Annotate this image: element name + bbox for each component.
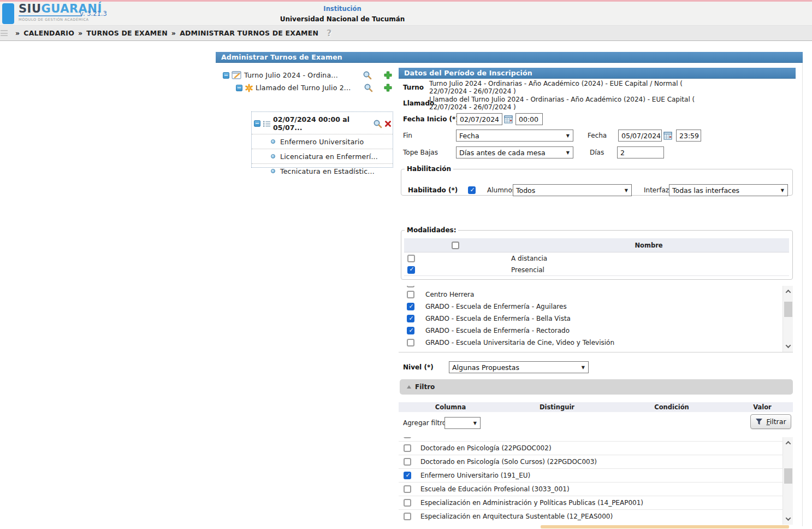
app-header: SIUGUARANÍ MÓDULO DE GESTIÓN ACADÉMICA v… bbox=[0, 2, 812, 26]
llamado-label: Llamado bbox=[403, 96, 429, 107]
ubicacion-row[interactable]: GRADO - Escuela de Enfermería - Bella Vi… bbox=[399, 313, 793, 325]
tope-bajas-select[interactable]: Días antes de cada mesa▼ bbox=[456, 146, 573, 158]
chevron-down-icon: ▼ bbox=[582, 365, 585, 370]
checkbox[interactable] bbox=[404, 458, 411, 466]
checkbox[interactable] bbox=[404, 444, 411, 452]
ubicacion-row[interactable]: Centro Herrera bbox=[399, 289, 793, 301]
scroll-down-icon[interactable] bbox=[783, 514, 793, 524]
propuesta-row[interactable]: Doctorado en Psicología (Solo Cursos) (2… bbox=[399, 455, 793, 468]
filter-col-distinguir: Distinguir bbox=[502, 403, 612, 411]
tope-bajas-row: Tope Bajas Días antes de cada mesa▼ Días… bbox=[403, 146, 796, 159]
filtro-collapse-bar[interactable]: Filtro bbox=[400, 379, 793, 395]
checkbox[interactable] bbox=[407, 291, 414, 298]
propuesta-name: Especialización en Administración y Polí… bbox=[420, 499, 643, 507]
propuesta-row[interactable]: Doctorado en Psicología (22PGDOC002) bbox=[399, 441, 793, 455]
add-icon[interactable] bbox=[384, 84, 392, 92]
collapse-icon[interactable]: − bbox=[236, 85, 242, 91]
tree-node-llamado[interactable]: − Llamado del Turno Julio 2... bbox=[236, 83, 392, 92]
nivel-label: Nivel (*) bbox=[403, 363, 434, 371]
habilitado-checkbox[interactable] bbox=[468, 186, 476, 194]
scrollbar[interactable] bbox=[783, 286, 793, 352]
magnifier-icon[interactable] bbox=[363, 70, 372, 80]
tree-node-label[interactable]: Llamado del Turno Julio 2... bbox=[256, 84, 351, 92]
collapse-icon[interactable]: − bbox=[254, 120, 260, 127]
nivel-select[interactable]: Algunas Propuestas▼ bbox=[449, 361, 589, 373]
fecha-inicio-time-input[interactable]: 00:00 bbox=[515, 113, 543, 125]
propuesta-row[interactable]: Especialización en Arquitectura Sustenta… bbox=[399, 509, 793, 523]
tree-node-label[interactable]: Turno Julio 2024 - Ordina... bbox=[244, 71, 338, 79]
collapse-icon[interactable]: − bbox=[223, 72, 229, 79]
calendar-icon[interactable] bbox=[663, 132, 672, 140]
filtrar-button[interactable]: Filtrar bbox=[750, 414, 791, 429]
chevron-down-icon: ▼ bbox=[566, 150, 570, 155]
delete-icon[interactable] bbox=[384, 120, 392, 127]
checkbox[interactable] bbox=[407, 327, 414, 334]
propuesta-row[interactable]: Escuela de Educación Profesional (3033_0… bbox=[399, 482, 793, 496]
alumnos-select[interactable]: Todos▼ bbox=[513, 184, 632, 196]
tree-leaf[interactable]: Enfermero Universitario bbox=[252, 134, 393, 149]
ubicacion-name: Centro Herrera bbox=[425, 291, 474, 298]
checkbox[interactable] bbox=[404, 499, 411, 507]
breadcrumb-item-turnos[interactable]: TURNOS DE EXAMEN bbox=[86, 29, 168, 37]
scroll-up-icon[interactable] bbox=[783, 287, 793, 296]
magnifier-icon[interactable] bbox=[364, 83, 373, 92]
tree-leaf[interactable]: Licenciatura en Enfermerí... bbox=[252, 149, 393, 163]
ubicacion-row[interactable]: GRADO - Escuela de Enfermería - Aguilare… bbox=[399, 301, 793, 313]
agregar-filtro-label: Agregar filtro bbox=[403, 419, 446, 427]
propuesta-name: Escuela de Educación Profesional (3033_0… bbox=[420, 485, 570, 493]
tree-leaf-label[interactable]: Enfermero Universitario bbox=[280, 138, 364, 146]
checkbox[interactable] bbox=[404, 472, 411, 479]
modalidad-row[interactable]: A distancia bbox=[404, 252, 789, 264]
agregar-filtro-select[interactable]: ▼ bbox=[444, 417, 481, 429]
modalidad-name: Presencial bbox=[511, 266, 544, 274]
nivel-row: Nivel (*) Algunas Propuestas▼ bbox=[403, 361, 796, 374]
tree-leaf[interactable]: Tecnicatura en Estadístic... bbox=[252, 163, 393, 178]
fecha-inicio-date-input[interactable]: 02/07/2024 bbox=[457, 113, 502, 125]
tree-leaf-label[interactable]: Licenciatura en Enfermerí... bbox=[280, 152, 378, 161]
checkbox[interactable] bbox=[407, 315, 414, 322]
scrollbar-thumb[interactable] bbox=[784, 302, 792, 317]
tree-node-label[interactable]: 02/07/2024 00:00 al 05/07... bbox=[273, 115, 372, 132]
scrollbar[interactable] bbox=[783, 437, 793, 525]
checkbox[interactable] bbox=[407, 339, 414, 346]
fin-type-select[interactable]: Fecha▼ bbox=[456, 130, 573, 142]
ubicacion-name: GRADO - Escuela Universitaria de Cine, V… bbox=[425, 339, 614, 346]
modalidad-row[interactable]: Presencial bbox=[404, 264, 789, 275]
tree-node-periodo[interactable]: − 02/07/2024 00:00 al 05/07... bbox=[252, 112, 393, 134]
checkbox[interactable] bbox=[407, 255, 415, 262]
propuesta-row[interactable]: Especialización en Administración y Polí… bbox=[399, 496, 793, 509]
breadcrumb-item-administrar[interactable]: ADMINISTRAR TURNOS DE EXAMEN bbox=[180, 29, 318, 37]
fin-date-input[interactable]: 05/07/2024 bbox=[618, 130, 662, 142]
scroll-up-icon[interactable] bbox=[783, 438, 793, 448]
breadcrumb-item-calendario[interactable]: CALENDARIO bbox=[23, 29, 74, 37]
scroll-down-icon[interactable] bbox=[783, 342, 793, 351]
checkbox[interactable] bbox=[407, 286, 414, 287]
ubicaciones-list: Centro Herrera GRADO - Escuela de Enferm… bbox=[399, 286, 793, 352]
siu-logo-bar bbox=[2, 3, 14, 24]
magnifier-icon[interactable] bbox=[373, 119, 382, 128]
select-all-checkbox[interactable] bbox=[452, 242, 459, 249]
propuestas-list: Doctorado en Psicología (22PGDOC002) Doc… bbox=[399, 437, 793, 525]
interfaz-select[interactable]: Todas las interfaces▼ bbox=[669, 184, 788, 196]
propuesta-row[interactable]: Enfermero Universitario (191_EU) bbox=[399, 468, 793, 482]
fin-time-input[interactable]: 23:59 bbox=[676, 130, 701, 142]
calendar-icon[interactable] bbox=[504, 115, 513, 124]
logo-subtitle: MÓDULO DE GESTIÓN ACADÉMICA bbox=[19, 17, 102, 22]
menu-icon[interactable] bbox=[1, 30, 8, 36]
ubicacion-row[interactable]: GRADO - Escuela Universitaria de Cine, V… bbox=[399, 337, 793, 349]
tree-node-turno[interactable]: − Turno Julio 2024 - Ordina... bbox=[223, 70, 392, 80]
help-icon[interactable]: ? bbox=[327, 28, 331, 38]
checkbox[interactable] bbox=[404, 513, 411, 520]
checkbox[interactable] bbox=[407, 266, 415, 274]
filtro-title: Filtro bbox=[415, 383, 435, 391]
checkbox[interactable] bbox=[404, 485, 411, 493]
add-icon[interactable] bbox=[384, 71, 392, 79]
dias-input[interactable]: 2 bbox=[617, 146, 664, 158]
filter-col-columna: Columna bbox=[399, 403, 502, 411]
checkbox[interactable] bbox=[407, 303, 414, 310]
tree-leaf-label[interactable]: Tecnicatura en Estadístic... bbox=[280, 167, 375, 175]
checkbox[interactable] bbox=[404, 437, 411, 438]
ubicacion-row[interactable]: GRADO - Escuela de Enfermería - Rectorad… bbox=[399, 325, 793, 337]
scrollbar-thumb[interactable] bbox=[784, 468, 792, 484]
institution-name: Universidad Nacional de Tucumán bbox=[277, 15, 408, 23]
